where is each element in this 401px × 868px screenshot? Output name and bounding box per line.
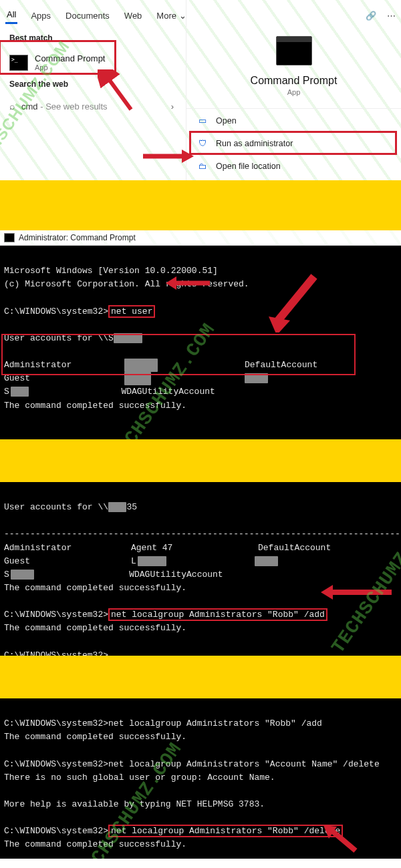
terminal-window-2: User accounts for \\xxx35 --------------… — [0, 482, 401, 656]
window-title: Administrator: Command Prompt — [19, 233, 136, 242]
svg-line-3 — [278, 276, 314, 320]
search-icon: ⌕ — [9, 101, 15, 112]
action-open[interactable]: ▭ Open — [186, 109, 401, 132]
highlight-box — [189, 131, 397, 155]
action-run-as-administrator[interactable]: 🛡 Run as administrator — [186, 132, 401, 155]
command-prompt-large-icon — [276, 36, 312, 65]
highlight-box — [1, 334, 356, 375]
terminal-output[interactable]: C:\WINDOWS\system32>net localgroup Admin… — [0, 698, 401, 859]
highlighted-command: net localgroup Administrators "Robb" /de… — [108, 825, 343, 837]
web-result-item[interactable]: ⌕ cmd - See web results › — [0, 94, 186, 118]
preview-subtitle: App — [287, 88, 301, 96]
highlighted-command: net localgroup Administrators "Robb" /ad… — [108, 608, 327, 621]
arrow-annotation — [321, 584, 394, 600]
action-open-file-location[interactable]: 🗀 Open file location — [186, 155, 401, 178]
terminal-window-3: C:\WINDOWS\system32>net localgroup Admin… — [0, 698, 401, 859]
terminal-output[interactable]: User accounts for \\xxx35 --------------… — [0, 482, 401, 656]
chevron-right-icon: › — [171, 101, 174, 112]
preview-pane: Command Prompt App ▭ Open 🛡 Run as admin… — [186, 0, 401, 180]
arrow-annotation — [267, 272, 321, 333]
search-web-label: Search the web — [0, 77, 186, 94]
highlighted-command: net user — [108, 305, 155, 318]
search-results-column: Best match Command Prompt App Search the… — [0, 0, 186, 180]
terminal-titlebar: Administrator: Command Prompt — [0, 230, 401, 246]
separator — [0, 180, 401, 230]
separator — [0, 656, 401, 698]
highlight-box — [0, 40, 116, 75]
windows-search-panel: All Apps Documents Web More ⌄ 🔗 ⋯ Best m… — [0, 0, 401, 180]
folder-icon: 🗀 — [197, 162, 208, 171]
terminal-icon — [4, 233, 15, 242]
terminal-output[interactable]: Microsoft Windows [Version 10.0.22000.51… — [0, 246, 401, 439]
terminal-window-1: Administrator: Command Prompt Microsoft … — [0, 230, 401, 439]
separator — [0, 439, 401, 482]
open-icon: ▭ — [197, 116, 208, 126]
preview-title: Command Prompt — [251, 75, 338, 87]
